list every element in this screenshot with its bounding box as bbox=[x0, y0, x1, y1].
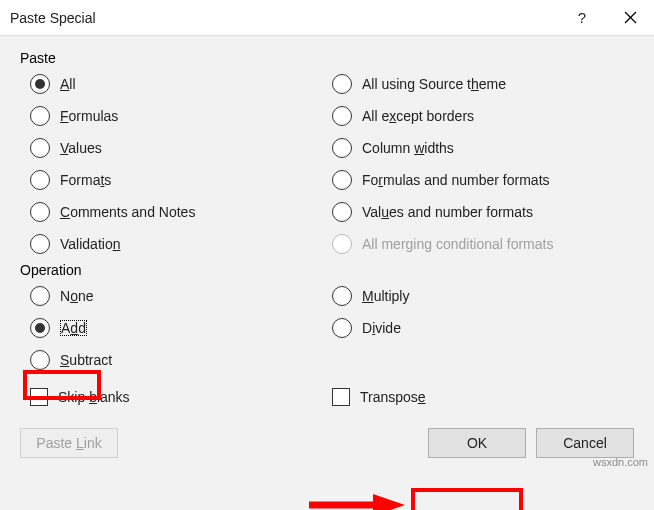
radio-label-comments-and-notes: Comments and Notes bbox=[60, 204, 195, 220]
radio-label-column-widths: Column widths bbox=[362, 140, 454, 156]
radio-column-widths[interactable]: Column widths bbox=[332, 138, 634, 158]
radio-validation[interactable]: Validation bbox=[30, 234, 332, 254]
radio-icon bbox=[332, 234, 352, 254]
cancel-label: Cancel bbox=[563, 435, 607, 451]
checkbox-row: Skip blanks Transpose bbox=[30, 388, 634, 406]
radio-icon bbox=[30, 74, 50, 94]
title-text: Paste Special bbox=[10, 10, 558, 26]
radio-label-formats: Formats bbox=[60, 172, 111, 188]
radio-label-values-and-number-formats: Values and number formats bbox=[362, 204, 533, 220]
radio-values[interactable]: Values bbox=[30, 138, 332, 158]
help-button[interactable]: ? bbox=[558, 0, 606, 36]
cancel-button[interactable]: Cancel bbox=[536, 428, 634, 458]
radio-label-all-using-source-theme: All using Source theme bbox=[362, 76, 506, 92]
radio-label-none: None bbox=[60, 288, 94, 304]
radio-label-values: Values bbox=[60, 140, 102, 156]
radio-icon bbox=[30, 138, 50, 158]
radio-icon bbox=[332, 106, 352, 126]
radio-icon bbox=[30, 350, 50, 370]
radio-icon bbox=[30, 234, 50, 254]
radio-label-divide: Divide bbox=[362, 320, 401, 336]
operation-radio-group: NoneMultiplyAddDivideSubtract bbox=[30, 286, 634, 370]
radio-all[interactable]: All bbox=[30, 74, 332, 94]
paste-group-label: Paste bbox=[20, 50, 634, 66]
radio-label-all: All bbox=[60, 76, 76, 92]
button-row: Paste Link OK Cancel bbox=[20, 428, 634, 458]
radio-all-using-source-theme[interactable]: All using Source theme bbox=[332, 74, 634, 94]
radio-subtract[interactable]: Subtract bbox=[30, 350, 332, 370]
radio-icon bbox=[30, 202, 50, 222]
radio-none[interactable]: None bbox=[30, 286, 332, 306]
radio-icon bbox=[332, 202, 352, 222]
radio-label-subtract: Subtract bbox=[60, 352, 112, 368]
radio-formulas[interactable]: Formulas bbox=[30, 106, 332, 126]
checkbox-icon bbox=[30, 388, 48, 406]
radio-icon bbox=[30, 286, 50, 306]
arrow-icon bbox=[305, 492, 405, 510]
radio-label-validation: Validation bbox=[60, 236, 120, 252]
operation-group-label: Operation bbox=[20, 262, 634, 278]
watermark: wsxdn.com bbox=[593, 456, 648, 468]
radio-label-formulas-and-number-formats: Formulas and number formats bbox=[362, 172, 550, 188]
checkbox-icon bbox=[332, 388, 350, 406]
radio-icon bbox=[30, 318, 50, 338]
paste-link-label: Paste Link bbox=[36, 435, 101, 451]
radio-all-except-borders[interactable]: All except borders bbox=[332, 106, 634, 126]
radio-label-all-merging-conditional: All merging conditional formats bbox=[362, 236, 553, 252]
skip-blanks-label: Skip blanks bbox=[58, 389, 130, 405]
radio-comments-and-notes[interactable]: Comments and Notes bbox=[30, 202, 332, 222]
radio-all-merging-conditional: All merging conditional formats bbox=[332, 234, 634, 254]
radio-icon bbox=[332, 318, 352, 338]
radio-add[interactable]: Add bbox=[30, 318, 332, 338]
radio-values-and-number-formats[interactable]: Values and number formats bbox=[332, 202, 634, 222]
transpose-label: Transpose bbox=[360, 389, 426, 405]
radio-formats[interactable]: Formats bbox=[30, 170, 332, 190]
close-icon bbox=[624, 11, 637, 24]
paste-link-button: Paste Link bbox=[20, 428, 118, 458]
radio-icon bbox=[332, 74, 352, 94]
ok-label: OK bbox=[467, 435, 487, 451]
close-button[interactable] bbox=[606, 0, 654, 36]
radio-divide[interactable]: Divide bbox=[332, 318, 634, 338]
skip-blanks-checkbox[interactable]: Skip blanks bbox=[30, 388, 332, 406]
radio-label-all-except-borders: All except borders bbox=[362, 108, 474, 124]
radio-label-add: Add bbox=[60, 320, 87, 336]
radio-icon bbox=[30, 170, 50, 190]
radio-label-formulas: Formulas bbox=[60, 108, 118, 124]
title-bar: Paste Special ? bbox=[0, 0, 654, 36]
radio-icon bbox=[332, 286, 352, 306]
svg-marker-3 bbox=[373, 494, 405, 510]
transpose-checkbox[interactable]: Transpose bbox=[332, 388, 634, 406]
radio-icon bbox=[332, 138, 352, 158]
radio-icon bbox=[332, 170, 352, 190]
paste-radio-group: AllAll using Source themeFormulasAll exc… bbox=[30, 74, 634, 254]
ok-button[interactable]: OK bbox=[428, 428, 526, 458]
radio-label-multiply: Multiply bbox=[362, 288, 409, 304]
highlight-ok bbox=[411, 488, 523, 510]
radio-formulas-and-number-formats[interactable]: Formulas and number formats bbox=[332, 170, 634, 190]
radio-multiply[interactable]: Multiply bbox=[332, 286, 634, 306]
radio-icon bbox=[30, 106, 50, 126]
